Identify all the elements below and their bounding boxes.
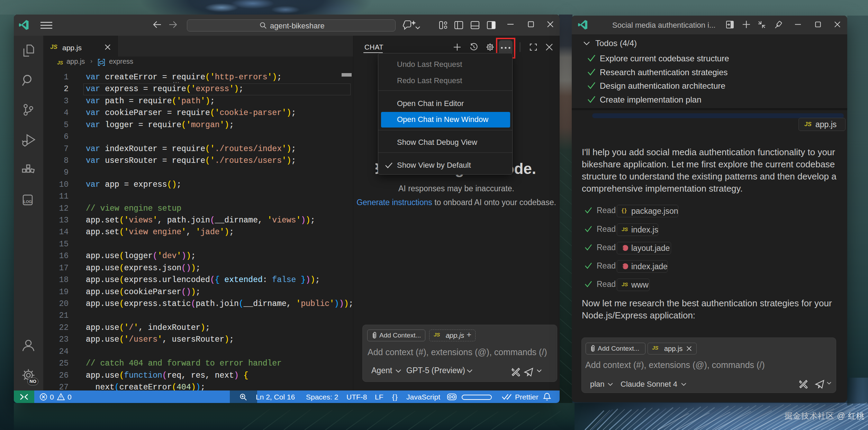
svg-text:LOG: LOG bbox=[24, 200, 32, 204]
